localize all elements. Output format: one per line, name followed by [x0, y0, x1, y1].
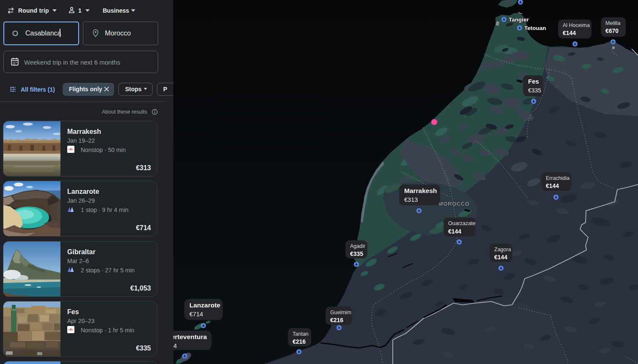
svg-text:Errachidia: Errachidia — [546, 175, 570, 181]
svg-text:€144: €144 — [448, 228, 461, 235]
svg-text:Ouarzazate: Ouarzazate — [448, 220, 476, 226]
svg-text:Fes: Fes — [528, 78, 539, 85]
svg-text:€670: €670 — [605, 27, 619, 34]
svg-text:Marrakesh: Marrakesh — [404, 187, 437, 194]
svg-text:Lanzarote: Lanzarote — [189, 302, 221, 309]
svg-text:Guelmim: Guelmim — [330, 310, 351, 315]
svg-text:€216: €216 — [330, 317, 343, 323]
svg-text:€144: €144 — [494, 254, 507, 261]
svg-text:€144: €144 — [563, 30, 576, 36]
svg-text:Agadir: Agadir — [350, 243, 365, 249]
svg-text:Tantan: Tantan — [293, 331, 309, 337]
svg-text:Tetouan: Tetouan — [524, 25, 546, 31]
svg-text:Tangier: Tangier — [509, 16, 529, 23]
svg-text:Melilla: Melilla — [605, 20, 620, 26]
svg-text:MOROCCO: MOROCCO — [438, 201, 470, 207]
svg-text:Zagora: Zagora — [494, 247, 511, 253]
svg-text:€714: €714 — [189, 311, 203, 318]
svg-text:€313: €313 — [404, 196, 418, 203]
svg-text:€216: €216 — [293, 338, 306, 345]
svg-text:€335: €335 — [528, 87, 541, 94]
svg-text:Al Hoceima: Al Hoceima — [563, 22, 590, 28]
svg-text:€335: €335 — [350, 250, 363, 257]
svg-text:€144: €144 — [546, 182, 559, 189]
